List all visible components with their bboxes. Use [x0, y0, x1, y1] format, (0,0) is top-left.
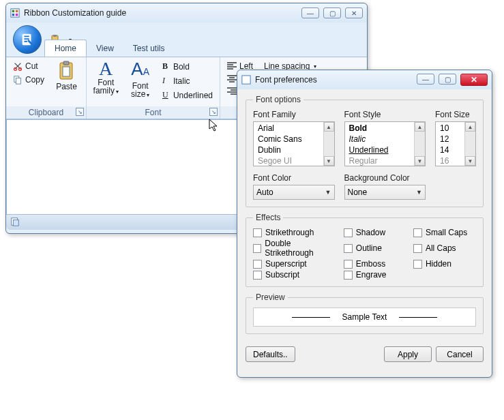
svg-rect-1: [12, 10, 15, 13]
font-size-button[interactable]: AA Font size▾: [125, 60, 155, 100]
underline-button[interactable]: UUnderlined: [160, 89, 216, 102]
clipboard-launcher[interactable]: ↘: [76, 108, 84, 116]
dialog-close-button[interactable]: ✕: [460, 74, 488, 86]
checkbox-double-strikethrough[interactable]: Double Strikethrough: [253, 239, 337, 258]
maximize-button[interactable]: ▢: [323, 7, 341, 18]
scroll-down[interactable]: ▼: [324, 156, 334, 166]
dialog-maximize-button[interactable]: ▢: [439, 74, 456, 85]
list-item[interactable]: 12: [436, 134, 464, 145]
checkbox-superscript[interactable]: Superscript: [253, 259, 337, 269]
list-item[interactable]: Regular: [345, 155, 415, 166]
list-item[interactable]: Bold: [345, 123, 415, 134]
checkbox-engrave[interactable]: Engrave: [344, 270, 406, 280]
scrollbar[interactable]: ▲▼: [464, 122, 475, 166]
checkbox-strikethrough[interactable]: Strikethrough: [253, 228, 337, 237]
list-item[interactable]: 16: [436, 155, 464, 166]
window-title: Ribbon Customization guide: [24, 8, 301, 18]
font-family-listbox[interactable]: Arial Comic Sans Dublin Segoe UI ▲▼: [253, 121, 335, 166]
application-menu-button[interactable]: [13, 25, 42, 54]
list-item[interactable]: Arial: [254, 123, 323, 134]
svg-rect-4: [16, 14, 18, 16]
list-item[interactable]: Dublin: [254, 145, 323, 155]
list-item[interactable]: 10: [436, 123, 464, 134]
align-left-icon: [227, 62, 237, 70]
tab-view[interactable]: View: [87, 40, 123, 57]
checkbox-all-caps[interactable]: All Caps: [413, 239, 476, 258]
italic-icon: I: [162, 76, 171, 86]
align-center-icon: [227, 75, 237, 83]
scroll-down[interactable]: ▼: [415, 156, 425, 166]
close-button[interactable]: ✕: [345, 7, 363, 18]
scrollbar[interactable]: ▲▼: [323, 122, 334, 166]
svg-rect-7: [53, 35, 57, 37]
preview-line-left: [292, 317, 330, 318]
font-color-label: Font Color: [253, 173, 335, 183]
main-titlebar[interactable]: Ribbon Customization guide — ▢ ✕: [6, 3, 367, 22]
dialog-title: Font preferences: [255, 75, 417, 85]
scrollbar[interactable]: ▲▼: [414, 122, 425, 166]
app-icon: [10, 8, 20, 18]
italic-button[interactable]: IItalic: [160, 74, 216, 87]
dialog-minimize-button[interactable]: —: [417, 74, 434, 85]
copy-button[interactable]: Copy: [10, 74, 47, 86]
cancel-button[interactable]: Cancel: [436, 346, 484, 362]
checkbox-shadow[interactable]: Shadow: [344, 228, 406, 237]
statusbar-icon: [10, 217, 20, 228]
svg-rect-17: [242, 76, 250, 84]
effects-group: Effects Strikethrough Shadow Small Caps …: [246, 213, 484, 287]
bold-button[interactable]: BBold: [160, 60, 216, 73]
list-item[interactable]: 14: [436, 145, 464, 155]
preview-legend: Preview: [253, 292, 288, 302]
preview-text: Sample Text: [342, 312, 387, 322]
svg-rect-2: [16, 10, 18, 13]
copy-label: Copy: [25, 75, 44, 85]
underline-icon: U: [162, 90, 171, 100]
checkbox-emboss[interactable]: Emboss: [344, 259, 406, 269]
font-launcher[interactable]: ↘: [209, 108, 218, 116]
apply-button[interactable]: Apply: [384, 346, 432, 362]
bold-icon: B: [162, 61, 171, 72]
font-size-listbox[interactable]: 10 12 14 16 ▲▼: [435, 121, 476, 166]
defaults-button[interactable]: Defaults..: [246, 346, 295, 362]
cut-button[interactable]: Cut: [10, 60, 47, 72]
svg-rect-14: [63, 67, 70, 76]
bg-color-combo[interactable]: None▼: [344, 185, 426, 200]
tab-test-utils[interactable]: Test utils: [123, 40, 175, 57]
scroll-up[interactable]: ▲: [415, 122, 425, 132]
font-style-label: Font Style: [344, 110, 426, 119]
effects-legend: Effects: [253, 213, 283, 222]
svg-rect-11: [16, 78, 20, 84]
clipboard-group-label: Clipboard ↘: [6, 106, 86, 119]
group-clipboard: Cut Copy Paste Clipboard ↘: [6, 57, 87, 119]
cut-label: Cut: [25, 61, 38, 71]
font-group-label: Font ↘: [87, 106, 220, 119]
font-family-button[interactable]: A Font family▾: [91, 60, 121, 96]
list-item[interactable]: Comic Sans: [254, 134, 323, 145]
scroll-up[interactable]: ▲: [324, 122, 334, 132]
font-color-combo[interactable]: Auto▼: [253, 185, 335, 200]
chevron-down-icon: ▼: [416, 189, 422, 196]
checkbox-hidden[interactable]: Hidden: [413, 259, 476, 269]
font-preferences-dialog: Font preferences — ▢ ✕ Font options Font…: [237, 70, 492, 378]
preview-box: Sample Text: [253, 308, 476, 327]
font-style-listbox[interactable]: Bold Italic Underlined Regular ▲▼: [344, 121, 426, 166]
list-item[interactable]: Italic: [345, 134, 415, 145]
svg-rect-16: [13, 220, 18, 226]
preview-line-right: [399, 317, 437, 318]
scroll-up[interactable]: ▲: [465, 122, 475, 132]
checkbox-outline[interactable]: Outline: [344, 239, 406, 258]
paste-button[interactable]: Paste: [51, 60, 82, 91]
tab-home[interactable]: Home: [44, 40, 87, 57]
letter-a-icon: A: [99, 60, 113, 78]
dialog-icon: [241, 75, 251, 85]
bg-color-label: Background Color: [344, 173, 426, 183]
dialog-titlebar[interactable]: Font preferences — ▢ ✕: [237, 70, 492, 89]
checkbox-subscript[interactable]: Subscript: [253, 270, 337, 280]
chevron-down-icon: ▼: [325, 189, 331, 196]
group-font: A Font family▾ AA Font size▾ BBold IItal…: [87, 57, 220, 119]
list-item[interactable]: Underlined: [345, 145, 415, 155]
list-item[interactable]: Segoe UI: [254, 155, 323, 166]
scroll-down[interactable]: ▼: [465, 156, 475, 166]
checkbox-small-caps[interactable]: Small Caps: [413, 228, 476, 237]
minimize-button[interactable]: —: [301, 7, 319, 18]
